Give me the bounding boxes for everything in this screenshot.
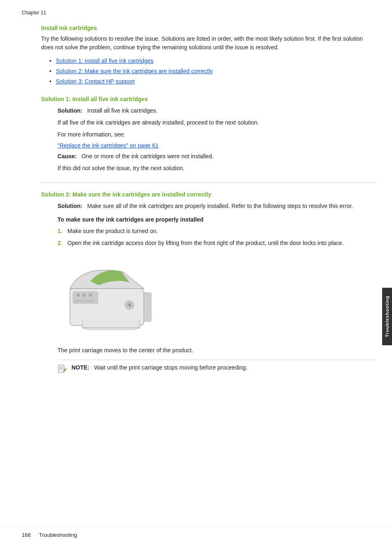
note-label: NOTE: bbox=[71, 364, 90, 371]
side-tab: Troubleshooting bbox=[382, 288, 392, 345]
chapter-label: Chapter 11 bbox=[22, 10, 46, 16]
svg-rect-5 bbox=[75, 300, 95, 302]
cause-label: Cause: bbox=[58, 153, 77, 159]
note-body: Wait until the print carriage stops movi… bbox=[94, 364, 247, 371]
solution1-solution: Solution: Install all five ink cartridge… bbox=[58, 106, 376, 115]
note-box: NOTE: Wait until the print carriage stop… bbox=[58, 360, 376, 374]
step2-text: Open the ink cartridge access door by li… bbox=[67, 239, 344, 247]
svg-rect-8 bbox=[144, 293, 151, 321]
bullet-item-2: Solution 2: Make sure the ink cartridges… bbox=[49, 67, 376, 76]
solution1-cause: Cause: One or more of the ink cartridges… bbox=[58, 152, 376, 161]
note-doc-icon bbox=[58, 364, 67, 373]
svg-rect-11 bbox=[58, 365, 64, 372]
step-2: 2. Open the ink cartridge access door by… bbox=[58, 239, 376, 247]
solution1-next: If this did not solve the issue, try the… bbox=[58, 164, 376, 173]
bullet-item-1: Solution 1: Install all five ink cartrid… bbox=[49, 57, 376, 65]
solution1-body: Solution: Install all five ink cartridge… bbox=[58, 106, 376, 173]
install-heading: Install ink cartridges bbox=[41, 25, 376, 31]
footer: 168 Troubleshooting bbox=[0, 527, 392, 543]
note-icon bbox=[58, 364, 67, 374]
svg-point-4 bbox=[89, 293, 92, 297]
cause-text: One or more of the ink cartridges were n… bbox=[81, 153, 213, 159]
step1-num: 1. bbox=[58, 227, 64, 236]
solutions-list: Solution 1: Install all five ink cartrid… bbox=[49, 57, 376, 86]
bullet-item-3: Solution 3: Contact HP support bbox=[49, 77, 376, 86]
steps-list: 1. Make sure the product is turned on. 2… bbox=[58, 227, 376, 247]
printer-image-container bbox=[58, 256, 376, 338]
solution2-label: Solution: bbox=[58, 203, 83, 209]
footer-section-label: Troubleshooting bbox=[39, 532, 77, 538]
solution2-text: Make sure all of the ink cartridges are … bbox=[87, 203, 353, 209]
section-divider bbox=[41, 183, 376, 183]
side-tab-text: Troubleshooting bbox=[385, 296, 390, 337]
step1-text: Make sure the product is turned on. bbox=[67, 227, 158, 236]
solution1-heading: Solution 1: Install all five ink cartrid… bbox=[41, 96, 376, 102]
solution2-heading: Solution 2: Make sure the ink cartridges… bbox=[41, 191, 376, 198]
caption-text: The print carriage moves to the center o… bbox=[58, 346, 376, 355]
solution2-block: Solution 2: Make sure the ink cartridges… bbox=[41, 191, 376, 374]
replace-ink-link[interactable]: "Replace the ink cartridges" on page 61 bbox=[58, 142, 376, 149]
note-text-container: NOTE: Wait until the print carriage stop… bbox=[71, 363, 247, 372]
step2-num: 2. bbox=[58, 239, 64, 247]
solution3-link[interactable]: Solution 3: Contact HP support bbox=[56, 78, 135, 85]
solution1-block: Solution 1: Install all five ink cartrid… bbox=[41, 96, 376, 173]
solution2-solution: Solution: Make sure all of the ink cartr… bbox=[58, 202, 376, 210]
install-intro: Try the following solutions to resolve t… bbox=[41, 35, 376, 52]
step-1: 1. Make sure the product is turned on. bbox=[58, 227, 376, 236]
main-content: Install ink cartridges Try the following… bbox=[41, 25, 376, 417]
svg-point-3 bbox=[83, 293, 86, 297]
svg-point-2 bbox=[76, 293, 80, 297]
solution2-body: Solution: Make sure all of the ink cartr… bbox=[58, 202, 376, 374]
sub-heading-install: To make sure the ink cartridges are prop… bbox=[58, 216, 376, 223]
install-section: Install ink cartridges Try the following… bbox=[41, 25, 376, 86]
solution2-link[interactable]: Solution 2: Make sure the ink cartridges… bbox=[56, 68, 213, 74]
solution1-link[interactable]: Solution 1: Install all five ink cartrid… bbox=[56, 58, 153, 64]
footer-page-number: 168 bbox=[22, 532, 31, 538]
solution1-label: Solution: bbox=[58, 107, 83, 114]
solution1-para2: For more information, see: bbox=[58, 130, 376, 139]
printer-illustration bbox=[58, 256, 164, 338]
solution1-para1: If all five of the ink cartridges are al… bbox=[58, 118, 376, 127]
solution1-text: Install all five ink cartridges. bbox=[87, 107, 157, 114]
